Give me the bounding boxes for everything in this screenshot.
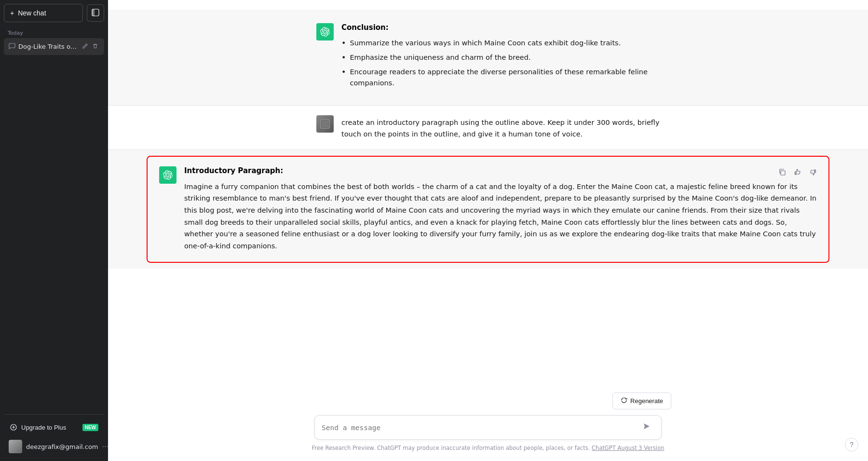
user-avatar [9, 440, 22, 453]
edit-chat-button[interactable] [81, 42, 89, 51]
user-message-text: create an introductory paragraph using t… [341, 115, 660, 139]
conclusion-row: Conclusion: Summarize the various ways i… [305, 14, 671, 101]
chat-icon [9, 42, 15, 51]
svg-rect-6 [781, 171, 785, 175]
user-profile-item[interactable]: deezgrafix@gmail.com ··· [4, 436, 104, 457]
user-message-row: create an introductory paragraph using t… [305, 106, 671, 149]
bullet-item-1: Summarize the various ways in which Main… [341, 38, 660, 49]
message-input-row [314, 415, 662, 440]
sidebar-toggle-icon [92, 9, 99, 18]
disclaimer: Free Research Preview. ChatGPT may produ… [120, 445, 856, 451]
sidebar: + New chat Today Dog-Like Traits of Main [0, 0, 108, 461]
new-chat-label: New chat [18, 9, 46, 17]
gpt-icon-response [159, 166, 176, 184]
svg-rect-5 [322, 121, 328, 127]
upgrade-label: Upgrade to Plus [21, 424, 66, 431]
user-avatar-main [316, 115, 334, 133]
new-chat-button[interactable]: + New chat [4, 4, 83, 22]
user-more-button[interactable]: ··· [102, 442, 108, 451]
plus-icon: + [10, 9, 14, 17]
upgrade-badge: NEW [82, 424, 98, 431]
thumbs-up-button[interactable] [792, 166, 803, 179]
sidebar-top: + New chat [4, 4, 104, 22]
conclusion-bullets: Summarize the various ways in which Main… [341, 38, 660, 89]
disclaimer-text: Free Research Preview. ChatGPT may produ… [312, 445, 590, 451]
help-button[interactable]: ? [845, 438, 858, 451]
message-input[interactable] [322, 424, 639, 432]
section-today-label: Today [4, 26, 104, 38]
ai-response-text: Imagine a furry companion that combines … [184, 181, 817, 252]
regenerate-row: Regenerate [305, 393, 671, 409]
ai-action-buttons [776, 166, 819, 179]
conclusion-title: Conclusion: [341, 23, 660, 32]
regenerate-button[interactable]: Regenerate [612, 393, 671, 409]
regen-icon [621, 397, 627, 405]
disclaimer-link[interactable]: ChatGPT August 3 Version [592, 445, 665, 451]
ai-response-inner: Introductory Paragraph: Imagine a furry … [148, 157, 828, 262]
ai-response-title: Introductory Paragraph: [184, 166, 817, 175]
ai-response-highlighted: Introductory Paragraph: Imagine a furry … [147, 156, 829, 263]
upgrade-to-plus-button[interactable]: Upgrade to Plus NEW [4, 419, 104, 436]
conclusion-message-block: Conclusion: Summarize the various ways i… [108, 10, 868, 105]
regenerate-label: Regenerate [630, 397, 663, 405]
chat-history-item[interactable]: Dog-Like Traits of Main [4, 38, 104, 55]
bullet-item-3: Encourage readers to appreciate the dive… [341, 67, 660, 89]
conclusion-content: Conclusion: Summarize the various ways i… [341, 23, 660, 92]
copy-response-button[interactable] [776, 166, 788, 179]
ai-response-content: Introductory Paragraph: Imagine a furry … [184, 166, 817, 252]
gpt-icon-conclusion [316, 23, 334, 41]
chat-area: Conclusion: Summarize the various ways i… [108, 0, 868, 387]
bullet-item-2: Emphasize the uniqueness and charm of th… [341, 52, 660, 64]
chat-history-label: Dog-Like Traits of Main [18, 43, 78, 50]
svg-rect-1 [92, 9, 95, 16]
thumbs-down-button[interactable] [807, 166, 819, 179]
user-email: deezgrafix@gmail.com [26, 443, 98, 450]
main-content: Conclusion: Summarize the various ways i… [108, 0, 868, 461]
help-icon: ? [850, 441, 854, 448]
chat-actions [81, 42, 99, 51]
delete-chat-button[interactable] [91, 42, 99, 51]
send-button[interactable] [639, 420, 654, 434]
bottom-bar: Regenerate Free Research Preview. ChatGP… [108, 387, 868, 461]
sidebar-bottom: Upgrade to Plus NEW deezgrafix@gmail.com… [4, 414, 104, 457]
sidebar-toggle-button[interactable] [87, 4, 104, 22]
ai-response-section: Introductory Paragraph: Imagine a furry … [108, 150, 868, 269]
